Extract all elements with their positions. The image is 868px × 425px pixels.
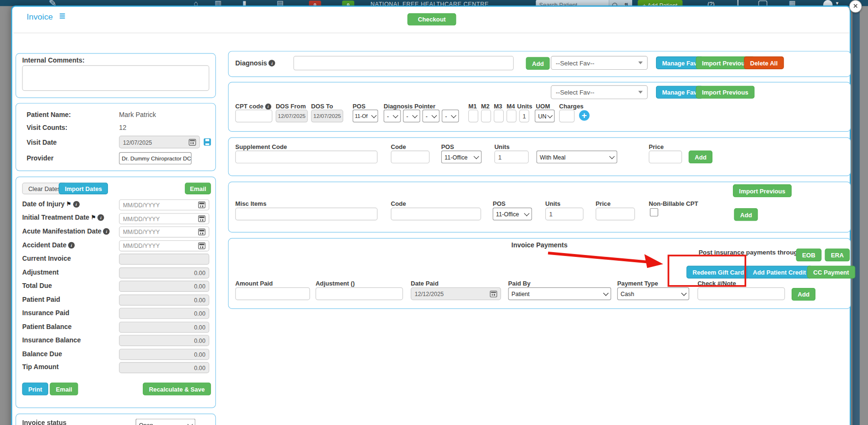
check-note-input[interactable]	[698, 287, 785, 300]
calendar-icon	[198, 215, 205, 222]
diagnosis-fav-select[interactable]: --Select Fav--	[551, 56, 648, 70]
visit-date-label: Visit Date	[27, 138, 57, 146]
close-icon[interactable]: ✕	[849, 0, 862, 13]
invoice-payments-title: Invoice Payments	[228, 242, 851, 249]
supplement-code2-input[interactable]	[391, 150, 430, 163]
diagnosis-add-button[interactable]: Add	[526, 57, 550, 70]
scrollbar[interactable]	[853, 0, 860, 425]
internal-comments-label: Internal Comments:	[22, 56, 85, 64]
m4-input[interactable]	[507, 110, 517, 123]
print-button[interactable]: Print	[22, 382, 48, 395]
supplement-code-input[interactable]	[235, 150, 378, 163]
internal-comments-textarea[interactable]	[22, 65, 209, 91]
m3-input[interactable]	[494, 110, 504, 123]
insurance-balance-field: 0.00	[119, 335, 209, 346]
info-icon[interactable]: i	[103, 228, 110, 235]
cpt-code-label: CPT codei	[235, 103, 271, 110]
payment-add-button[interactable]: Add	[792, 288, 815, 301]
patient-balance-label: Patient Balance	[22, 323, 72, 330]
amount-paid-label: Amount Paid	[235, 280, 273, 287]
cc-payment-button[interactable]: CC Payment	[807, 266, 855, 279]
payment-adjustment-input[interactable]	[316, 287, 403, 300]
cpt-fav-select[interactable]: --Select Fav--	[551, 85, 648, 99]
misc-pos-select[interactable]: 11-Office	[493, 208, 532, 221]
checkout-button[interactable]: Checkout	[407, 13, 456, 26]
supplement-add-button[interactable]: Add	[688, 150, 712, 163]
pos-label: POS	[353, 103, 366, 110]
chevron-down-icon	[638, 91, 643, 94]
accident-date-label: Accident Datei	[22, 242, 74, 249]
diagnosis-pointer-select-3[interactable]: -	[423, 110, 440, 123]
misc-code-input[interactable]	[391, 208, 481, 221]
misc-import-previous-button[interactable]: Import Previous	[733, 184, 792, 197]
cpt-pos-select[interactable]: 11-Of	[353, 110, 378, 123]
tip-amount-field: 0.00	[119, 362, 209, 373]
eob-button[interactable]: EOB	[796, 249, 821, 262]
misc-pos-label: POS	[493, 201, 506, 207]
import-dates-button[interactable]: Import Dates	[59, 183, 108, 194]
annotation-highlight-box	[667, 255, 746, 287]
recalculate-save-button[interactable]: Recalculate & Save	[143, 382, 211, 395]
date-paid-field[interactable]: 12/12/2025	[411, 287, 501, 300]
visit-date-field[interactable]: 12/07/2025	[119, 136, 200, 149]
info-icon[interactable]: i	[73, 201, 80, 208]
diagnosis-pointer-select-1[interactable]: -	[383, 110, 401, 123]
diagnosis-pointer-select-2[interactable]: -	[403, 110, 420, 123]
invoice-status-select[interactable]: Open	[136, 419, 195, 425]
payment-type-select[interactable]: Cash	[617, 287, 689, 300]
copy-date-icon[interactable]: ⚑	[66, 202, 71, 207]
info-icon[interactable]: i	[97, 214, 104, 221]
misc-price-input[interactable]	[596, 208, 635, 221]
provider-select[interactable]: Dr. Dummy Chiropractor DC	[119, 152, 191, 165]
provider-label: Provider	[27, 154, 53, 162]
patient-paid-label: Patient Paid	[22, 296, 60, 303]
supplement-units-input[interactable]	[494, 150, 529, 163]
uom-select[interactable]: UN	[535, 110, 555, 123]
email-button-top[interactable]: Email	[185, 183, 211, 194]
misc-items-input[interactable]	[235, 208, 378, 221]
accident-date-field[interactable]: MM/DD/YYYY	[119, 240, 209, 251]
calendar-icon	[490, 290, 497, 297]
amount-paid-input[interactable]	[235, 287, 310, 300]
copy-date-icon[interactable]: ⚑	[91, 215, 96, 221]
info-icon[interactable]: i	[265, 103, 271, 109]
non-billable-cpt-checkbox[interactable]	[650, 208, 658, 216]
add-cpt-row-icon[interactable]: +	[579, 110, 590, 121]
total-due-field: 0.00	[119, 281, 209, 292]
supplement-pos-select[interactable]: 11-Office	[441, 150, 482, 163]
info-icon[interactable]: i	[269, 60, 275, 66]
diagnosis-delete-all-button[interactable]: Delete All	[744, 56, 783, 69]
invoice-list-icon[interactable]: ≣	[59, 11, 66, 21]
dos-to-label: DOS To	[311, 103, 333, 110]
m1-input[interactable]	[468, 110, 478, 123]
cpt-units-input[interactable]	[519, 110, 529, 123]
misc-price-label: Price	[596, 201, 611, 207]
non-billable-cpt-label: Non-Billable CPT	[649, 201, 698, 207]
cpt-import-previous-button[interactable]: Import Previous	[696, 86, 754, 99]
misc-units-input[interactable]	[545, 208, 583, 221]
info-icon[interactable]: i	[68, 242, 75, 249]
initial-treatment-date-field[interactable]: MM/DD/YYYY	[119, 213, 209, 224]
paid-by-select[interactable]: Patient	[508, 287, 611, 300]
era-button[interactable]: ERA	[825, 249, 850, 262]
chevron-down-icon	[474, 153, 479, 159]
cpt-code-input[interactable]	[235, 110, 273, 123]
save-visit-date-icon[interactable]	[204, 138, 211, 146]
screen: ✎ ⌂ ▥ ▮ ▤ 0 0 NATIONAL FREE HEALTHCARE C…	[0, 0, 868, 425]
diagnosis-pointer-select-4[interactable]: -	[442, 110, 459, 123]
supplement-pos-label: POS	[441, 143, 454, 150]
patient-name-label: Patient Name:	[27, 111, 71, 118]
misc-add-button[interactable]: Add	[734, 208, 758, 221]
diagnosis-input[interactable]	[294, 56, 514, 70]
meal-select[interactable]: With Meal	[536, 150, 617, 163]
charges-input[interactable]	[559, 110, 574, 123]
email-button-bottom[interactable]: Email	[50, 382, 78, 395]
supplement-price-input[interactable]	[649, 150, 682, 163]
diagnosis-label: Diagnosisi	[235, 59, 275, 67]
dos-from-label: DOS From	[275, 103, 306, 110]
add-patient-credit-button[interactable]: Add Patient Credit	[747, 266, 812, 279]
date-of-injury-field[interactable]: MM/DD/YYYY	[119, 199, 209, 210]
m2-input[interactable]	[481, 110, 491, 123]
payment-adjustment-label: Adjustment ()	[316, 280, 355, 287]
acute-manifestation-date-field[interactable]: MM/DD/YYYY	[119, 226, 209, 237]
